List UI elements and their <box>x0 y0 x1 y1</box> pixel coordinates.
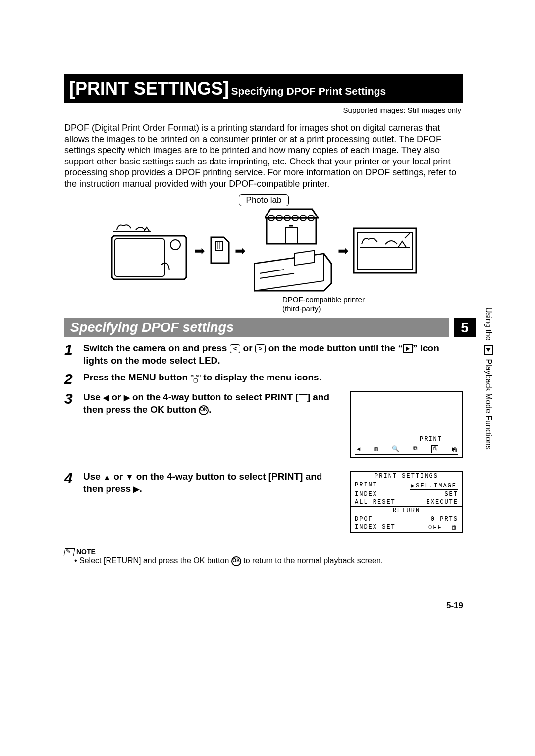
photo-lab-label: Photo lab <box>239 194 289 206</box>
ok-button-icon: OK <box>199 405 209 415</box>
page-number: 5-19 <box>446 601 463 611</box>
arrow-right-icon: ➡ <box>194 243 205 259</box>
screen2-title: PRINT SETTINGS <box>351 472 462 481</box>
svg-rect-18 <box>354 228 416 273</box>
right-triangle-icon: ▶ <box>124 393 130 402</box>
svg-rect-6 <box>267 218 316 244</box>
printer-icon <box>250 249 334 293</box>
chapter-number: 5 <box>454 318 476 337</box>
mode-right-button-icon: > <box>255 344 266 353</box>
menu-button-icon: MENU▢ <box>190 373 201 383</box>
trash-icon: 🗑 <box>452 446 458 454</box>
camera-screen-print-menu: PRINT ◀▥🔍⧉⎙▶ 🗑 <box>350 391 463 458</box>
step-4: 4 Use ▲ or ▼ on the 4-way button to sele… <box>64 471 340 495</box>
playback-mode-icon <box>403 344 413 353</box>
playback-mode-icon <box>484 345 493 355</box>
screen2-footer-row: DPOF0 PRTS <box>351 515 462 523</box>
page-title-bar: [PRINT SETTINGS] Specifying DPOF Print S… <box>64 74 463 103</box>
note-block: NOTE • Select [RETURN] and press the OK … <box>64 547 463 566</box>
note-icon <box>64 548 75 556</box>
svg-rect-0 <box>112 236 186 279</box>
workflow-diagram: Photo lab ➡ ➡ <box>64 194 463 313</box>
title-prefix: [PRINT SETTINGS] <box>69 78 229 99</box>
camera-icon <box>111 221 190 280</box>
memory-card-icon <box>209 236 231 265</box>
note-heading: NOTE <box>76 548 96 556</box>
printed-photo-icon <box>353 227 417 274</box>
down-triangle-icon: ▼ <box>126 473 134 481</box>
mode-left-button-icon: < <box>230 344 241 353</box>
svg-rect-13 <box>285 228 297 244</box>
up-triangle-icon: ▲ <box>103 473 111 481</box>
ok-button-icon: OK <box>231 556 241 566</box>
step-1: 1 Switch the camera on and press < or > … <box>64 342 463 367</box>
arrow-right-icon: ➡ <box>338 243 349 259</box>
svg-rect-3 <box>216 241 223 250</box>
left-triangle-icon: ◀ <box>103 393 109 402</box>
screen2-footer-row: INDEX SETOFF 🗑 <box>351 523 462 532</box>
camera-screen-print-settings: PRINT SETTINGS PRINT ▶SEL.IMAGE INDEX SE… <box>350 471 463 533</box>
print-icon <box>299 394 307 401</box>
svg-rect-15 <box>294 251 314 266</box>
section-heading: Specifying DPOF settings <box>64 318 449 337</box>
intro-paragraph: DPOF (Digital Print Order Format) is a p… <box>64 122 463 189</box>
title-suffix: Specifying DPOF Print Settings <box>231 85 386 97</box>
svg-rect-19 <box>358 232 412 269</box>
svg-point-2 <box>170 240 180 250</box>
screen2-row: PRINT ▶SEL.IMAGE <box>351 481 462 490</box>
svg-rect-1 <box>115 239 164 276</box>
screen2-row: ALL RESET EXECUTE <box>351 498 462 506</box>
supported-images-note: Supported images: Still images only <box>64 106 463 114</box>
right-triangle-icon: ▶ <box>133 485 139 493</box>
svg-line-20 <box>405 233 410 238</box>
printer-caption: DPOF-compatible printer (third-party) <box>282 295 463 313</box>
arrow-right-icon: ➡ <box>235 243 246 259</box>
screen2-row: INDEX SET <box>351 490 462 498</box>
step-2: 2 Press the MENU button MENU▢ to display… <box>64 372 463 386</box>
photo-lab-shop-icon <box>265 208 319 246</box>
side-tab-label: Using the Playback Mode Functions <box>484 307 493 456</box>
step-3: 3 Use ◀ or ▶ on the 4-way button to sele… <box>64 391 340 416</box>
screen1-icon-bar: ◀▥🔍⧉⎙▶ <box>355 444 458 455</box>
screen2-return: RETURN <box>351 506 462 515</box>
screen1-print-label: PRINT <box>420 436 442 443</box>
